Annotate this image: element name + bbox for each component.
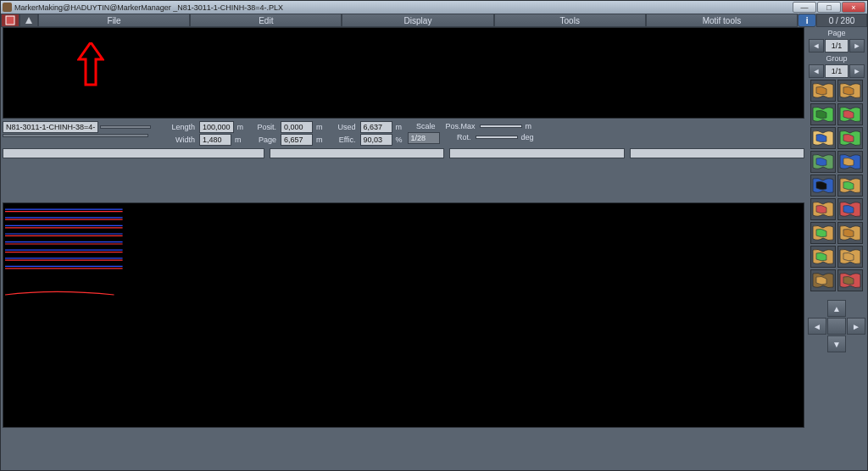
rot-unit: deg bbox=[520, 132, 536, 142]
menu-display[interactable]: Display bbox=[342, 14, 493, 27]
menu-tools[interactable]: Tools bbox=[494, 14, 646, 27]
length-unit: m bbox=[236, 122, 246, 132]
dpad-down[interactable]: ▼ bbox=[827, 335, 846, 352]
dpad-center[interactable] bbox=[827, 318, 846, 335]
info-panel: N81-3011-1-CHINH-38=4- Length100,000m Wi… bbox=[3, 120, 804, 147]
menu-bar: File Edit Display Tools Motif tools i 0 … bbox=[1, 14, 867, 27]
menu-motif-tools[interactable]: Motif tools bbox=[646, 14, 798, 27]
window-titlebar[interactable]: MarkerMaking@HADUYTIN@MarkerManager _N81… bbox=[1, 1, 867, 14]
posit-unit: m bbox=[314, 122, 325, 132]
zoom-icon[interactable] bbox=[810, 151, 836, 173]
toolbar-icon-2[interactable] bbox=[19, 14, 38, 27]
swap-icon[interactable] bbox=[837, 127, 863, 149]
status-bar-1 bbox=[3, 148, 264, 158]
svg-rect-0 bbox=[6, 16, 14, 25]
nest-icon[interactable] bbox=[810, 80, 836, 102]
length-label: Length bbox=[167, 122, 198, 132]
marker-desc[interactable] bbox=[3, 134, 148, 137]
posmax-label: Pos.Max bbox=[443, 121, 478, 131]
used-label: Used bbox=[328, 122, 359, 132]
select-icon[interactable] bbox=[810, 269, 836, 291]
dpad-left[interactable]: ◄ bbox=[808, 318, 826, 335]
minimize-button[interactable]: — bbox=[793, 2, 816, 13]
posit-label: Posit. bbox=[248, 122, 279, 132]
width-unit: m bbox=[233, 135, 243, 145]
page-indicator: 1/1 bbox=[825, 39, 849, 53]
rotate-icon[interactable] bbox=[810, 222, 836, 244]
overview-viewport[interactable] bbox=[3, 27, 804, 119]
nest2-icon[interactable] bbox=[837, 80, 863, 102]
shoe-icon[interactable] bbox=[810, 127, 836, 149]
posit-value[interactable]: 0,000 bbox=[281, 121, 313, 133]
rot-value[interactable] bbox=[476, 136, 518, 139]
pieces2-icon[interactable] bbox=[837, 246, 863, 268]
used-unit: m bbox=[394, 122, 404, 132]
info-icon[interactable]: i bbox=[798, 14, 816, 27]
pieces-icon[interactable] bbox=[810, 246, 836, 268]
right-sidebar: Page ◄ 1/1 ► Group ◄ 1/1 ► ▲ ◄► ▼ bbox=[806, 27, 867, 470]
flip-icon[interactable] bbox=[837, 175, 863, 197]
close-button[interactable]: × bbox=[842, 2, 865, 13]
group-indicator: 1/1 bbox=[825, 64, 849, 78]
pagelen-unit: m bbox=[314, 135, 325, 145]
group-icon[interactable] bbox=[837, 222, 863, 244]
page-prev-button[interactable]: ◄ bbox=[809, 39, 824, 53]
pagelen-label: Page bbox=[248, 135, 279, 145]
scale-value: 1/28 bbox=[408, 132, 440, 144]
rot-label: Rot. bbox=[443, 132, 474, 142]
effic-value: 90,03 bbox=[360, 134, 392, 146]
scale-label: Scale bbox=[408, 121, 438, 131]
length-value[interactable]: 100,000 bbox=[199, 121, 234, 133]
used-value: 6,637 bbox=[360, 121, 392, 133]
page-next-button[interactable]: ► bbox=[849, 39, 865, 53]
status-bar-4 bbox=[630, 148, 804, 158]
menu-edit[interactable]: Edit bbox=[190, 14, 342, 27]
group-next-button[interactable]: ► bbox=[849, 64, 865, 78]
posmax-value[interactable] bbox=[480, 125, 522, 128]
magnify-icon[interactable] bbox=[810, 175, 836, 197]
pan-icon[interactable] bbox=[810, 103, 836, 125]
pagelen-value[interactable]: 6,657 bbox=[281, 134, 313, 146]
width-value[interactable]: 1,480 bbox=[199, 134, 231, 146]
posmax-unit: m bbox=[524, 121, 534, 131]
group-nav-label: Group bbox=[826, 54, 847, 63]
dpad-up[interactable]: ▲ bbox=[827, 300, 846, 317]
marker-viewport[interactable] bbox=[3, 202, 804, 428]
window-title: MarkerMaking@HADUYTIN@MarkerManager _N81… bbox=[14, 3, 793, 12]
marker-name: N81-3011-1-CHINH-38=4- bbox=[3, 121, 98, 133]
piece-counter: 0 / 280 bbox=[816, 14, 867, 27]
menu-file[interactable]: File bbox=[38, 14, 190, 27]
dpad: ▲ ◄► ▼ bbox=[808, 300, 865, 352]
status-bar-3 bbox=[449, 148, 624, 158]
effic-label: Effic. bbox=[328, 135, 359, 145]
group-prev-button[interactable]: ◄ bbox=[809, 64, 824, 78]
width-label: Width bbox=[167, 135, 198, 145]
marker-name-suffix bbox=[100, 125, 151, 129]
move-icon[interactable] bbox=[837, 103, 863, 125]
align-icon[interactable] bbox=[810, 198, 836, 220]
delete-icon[interactable] bbox=[837, 269, 863, 291]
maximize-button[interactable]: □ bbox=[817, 2, 841, 13]
dpad-right[interactable]: ► bbox=[847, 318, 865, 335]
page-nav-label: Page bbox=[827, 29, 845, 37]
app-icon bbox=[3, 3, 12, 12]
effic-unit: % bbox=[394, 135, 404, 145]
overlap-icon[interactable] bbox=[837, 198, 863, 220]
status-bar-2 bbox=[270, 148, 444, 158]
zoomfit-icon[interactable] bbox=[837, 151, 863, 173]
tool-palette bbox=[810, 80, 863, 291]
toolbar-icon-1[interactable] bbox=[1, 14, 19, 27]
